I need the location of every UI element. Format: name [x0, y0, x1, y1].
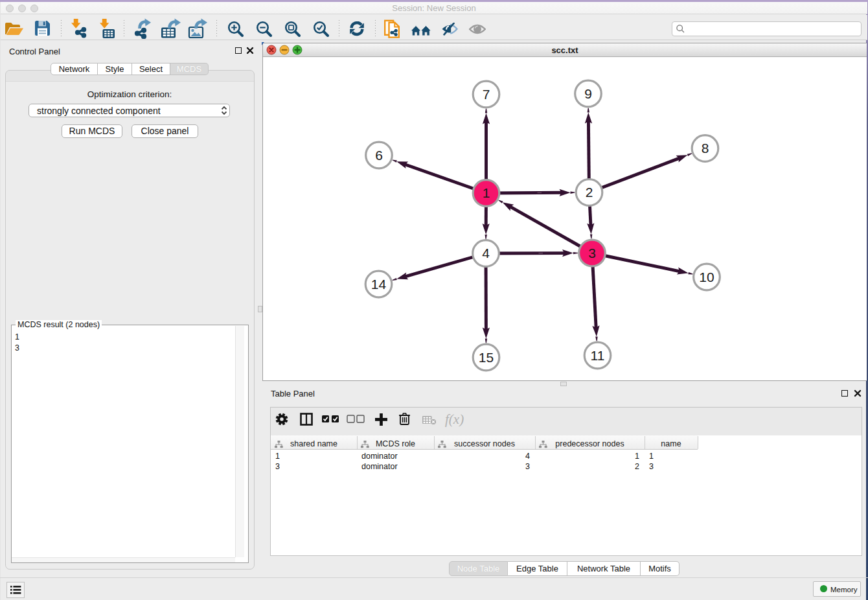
svg-text:15: 15: [479, 350, 494, 365]
svg-text:11: 11: [591, 348, 605, 363]
svg-text:8: 8: [702, 141, 709, 156]
svg-text:4: 4: [482, 246, 490, 260]
svg-text:9: 9: [584, 86, 592, 101]
svg-text:6: 6: [375, 148, 383, 163]
svg-text:3: 3: [588, 246, 596, 260]
svg-text:1: 1: [483, 185, 490, 200]
svg-text:7: 7: [483, 87, 490, 102]
svg-text:2: 2: [586, 185, 593, 200]
svg-text:10: 10: [699, 270, 714, 284]
svg-text:14: 14: [371, 277, 387, 292]
